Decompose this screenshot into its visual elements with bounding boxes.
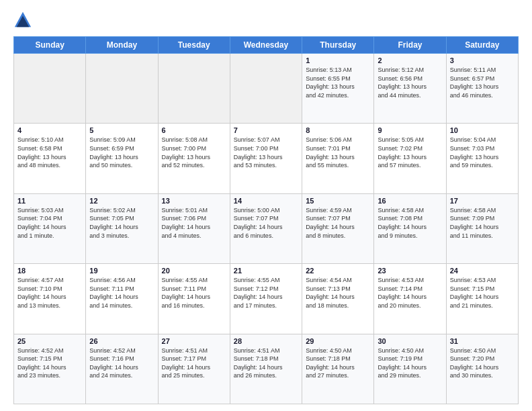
calendar-week-row: 18Sunrise: 4:57 AM Sunset: 7:10 PM Dayli… [14, 264, 519, 334]
page: SundayMondayTuesdayWednesdayThursdayFrid… [0, 0, 532, 411]
day-number: 22 [306, 267, 370, 275]
days-of-week-row: SundayMondayTuesdayWednesdayThursdayFrid… [14, 37, 519, 54]
day-info: Sunrise: 4:50 AM Sunset: 7:19 PM Dayligh… [378, 347, 442, 380]
day-info: Sunrise: 5:10 AM Sunset: 6:58 PM Dayligh… [17, 136, 82, 169]
day-info: Sunrise: 4:54 AM Sunset: 7:13 PM Dayligh… [306, 276, 370, 310]
day-info: Sunrise: 5:09 AM Sunset: 6:59 PM Dayligh… [89, 136, 154, 169]
day-number: 23 [378, 267, 442, 275]
day-of-week-header: Monday [86, 37, 158, 54]
day-number: 8 [306, 126, 370, 134]
day-info: Sunrise: 5:02 AM Sunset: 7:05 PM Dayligh… [89, 206, 154, 240]
calendar-cell: 17Sunrise: 4:58 AM Sunset: 7:09 PM Dayli… [446, 193, 518, 263]
calendar-cell: 15Sunrise: 4:59 AM Sunset: 7:07 PM Dayli… [302, 193, 374, 263]
day-number: 6 [162, 126, 226, 134]
header [13, 11, 519, 30]
calendar-cell: 30Sunrise: 4:50 AM Sunset: 7:19 PM Dayli… [374, 334, 446, 404]
day-info: Sunrise: 5:11 AM Sunset: 6:57 PM Dayligh… [450, 66, 515, 99]
calendar-cell: 8Sunrise: 5:06 AM Sunset: 7:01 PM Daylig… [302, 124, 374, 193]
calendar-cell: 18Sunrise: 4:57 AM Sunset: 7:10 PM Dayli… [14, 264, 86, 334]
calendar-cell: 29Sunrise: 4:50 AM Sunset: 7:18 PM Dayli… [302, 334, 374, 404]
calendar-cell: 2Sunrise: 5:12 AM Sunset: 6:56 PM Daylig… [374, 54, 446, 124]
day-info: Sunrise: 4:59 AM Sunset: 7:07 PM Dayligh… [306, 206, 370, 240]
calendar-cell [158, 54, 230, 124]
calendar-cell: 20Sunrise: 4:55 AM Sunset: 7:11 PM Dayli… [158, 264, 230, 334]
calendar-cell: 5Sunrise: 5:09 AM Sunset: 6:59 PM Daylig… [86, 124, 158, 193]
day-of-week-header: Thursday [302, 37, 374, 54]
day-number: 16 [378, 197, 442, 205]
day-number: 28 [234, 337, 298, 345]
calendar-cell: 1Sunrise: 5:13 AM Sunset: 6:55 PM Daylig… [302, 54, 374, 124]
calendar-cell: 10Sunrise: 5:04 AM Sunset: 7:03 PM Dayli… [446, 124, 518, 193]
day-number: 9 [378, 126, 442, 134]
calendar-cell: 7Sunrise: 5:07 AM Sunset: 7:00 PM Daylig… [230, 124, 302, 193]
day-number: 24 [450, 267, 515, 275]
calendar-cell: 16Sunrise: 4:58 AM Sunset: 7:08 PM Dayli… [374, 193, 446, 263]
day-info: Sunrise: 5:08 AM Sunset: 7:00 PM Dayligh… [162, 136, 226, 169]
day-info: Sunrise: 5:00 AM Sunset: 7:07 PM Dayligh… [234, 206, 298, 240]
calendar-week-row: 1Sunrise: 5:13 AM Sunset: 6:55 PM Daylig… [14, 54, 519, 124]
calendar-cell: 13Sunrise: 5:01 AM Sunset: 7:06 PM Dayli… [158, 193, 230, 263]
day-number: 30 [378, 337, 442, 345]
calendar-week-row: 25Sunrise: 4:52 AM Sunset: 7:15 PM Dayli… [14, 334, 519, 404]
calendar-cell: 28Sunrise: 4:51 AM Sunset: 7:18 PM Dayli… [230, 334, 302, 404]
day-info: Sunrise: 5:05 AM Sunset: 7:02 PM Dayligh… [378, 136, 442, 169]
day-info: Sunrise: 5:06 AM Sunset: 7:01 PM Dayligh… [306, 136, 370, 169]
calendar-week-row: 11Sunrise: 5:03 AM Sunset: 7:04 PM Dayli… [14, 193, 519, 263]
day-number: 26 [89, 337, 154, 345]
day-info: Sunrise: 5:04 AM Sunset: 7:03 PM Dayligh… [450, 136, 515, 169]
calendar-cell [230, 54, 302, 124]
day-number: 31 [450, 337, 515, 345]
calendar-cell: 24Sunrise: 4:53 AM Sunset: 7:15 PM Dayli… [446, 264, 518, 334]
calendar-cell: 19Sunrise: 4:56 AM Sunset: 7:11 PM Dayli… [86, 264, 158, 334]
day-number: 27 [162, 337, 226, 345]
day-number: 29 [306, 337, 370, 345]
day-info: Sunrise: 4:53 AM Sunset: 7:15 PM Dayligh… [450, 276, 515, 310]
calendar-cell: 12Sunrise: 5:02 AM Sunset: 7:05 PM Dayli… [86, 193, 158, 263]
day-info: Sunrise: 5:03 AM Sunset: 7:04 PM Dayligh… [17, 206, 82, 240]
day-of-week-header: Saturday [446, 37, 518, 54]
day-of-week-header: Wednesday [230, 37, 302, 54]
day-info: Sunrise: 5:12 AM Sunset: 6:56 PM Dayligh… [378, 66, 442, 99]
day-number: 20 [162, 267, 226, 275]
day-number: 19 [89, 267, 154, 275]
calendar-week-row: 4Sunrise: 5:10 AM Sunset: 6:58 PM Daylig… [14, 124, 519, 193]
day-number: 13 [162, 197, 226, 205]
day-number: 11 [17, 197, 82, 205]
day-of-week-header: Tuesday [158, 37, 230, 54]
calendar-cell: 9Sunrise: 5:05 AM Sunset: 7:02 PM Daylig… [374, 124, 446, 193]
calendar-table: SundayMondayTuesdayWednesdayThursdayFrid… [13, 36, 519, 404]
calendar-cell [14, 54, 86, 124]
day-number: 5 [89, 126, 154, 134]
calendar-cell: 11Sunrise: 5:03 AM Sunset: 7:04 PM Dayli… [14, 193, 86, 263]
day-info: Sunrise: 4:55 AM Sunset: 7:12 PM Dayligh… [234, 276, 298, 310]
calendar-cell: 22Sunrise: 4:54 AM Sunset: 7:13 PM Dayli… [302, 264, 374, 334]
day-info: Sunrise: 4:55 AM Sunset: 7:11 PM Dayligh… [162, 276, 226, 310]
day-info: Sunrise: 4:56 AM Sunset: 7:11 PM Dayligh… [89, 276, 154, 310]
day-info: Sunrise: 5:07 AM Sunset: 7:00 PM Dayligh… [234, 136, 298, 169]
day-number: 10 [450, 126, 515, 134]
day-number: 25 [17, 337, 82, 345]
day-info: Sunrise: 4:51 AM Sunset: 7:18 PM Dayligh… [234, 347, 298, 380]
day-info: Sunrise: 4:57 AM Sunset: 7:10 PM Dayligh… [17, 276, 82, 310]
calendar-cell: 31Sunrise: 4:50 AM Sunset: 7:20 PM Dayli… [446, 334, 518, 404]
calendar-cell: 27Sunrise: 4:51 AM Sunset: 7:17 PM Dayli… [158, 334, 230, 404]
day-info: Sunrise: 5:01 AM Sunset: 7:06 PM Dayligh… [162, 206, 226, 240]
calendar-cell: 23Sunrise: 4:53 AM Sunset: 7:14 PM Dayli… [374, 264, 446, 334]
calendar-header: SundayMondayTuesdayWednesdayThursdayFrid… [14, 37, 519, 54]
day-info: Sunrise: 4:53 AM Sunset: 7:14 PM Dayligh… [378, 276, 442, 310]
day-of-week-header: Friday [374, 37, 446, 54]
day-number: 17 [450, 197, 515, 205]
day-number: 2 [378, 56, 442, 64]
day-number: 21 [234, 267, 298, 275]
day-number: 4 [17, 126, 82, 134]
calendar-cell: 3Sunrise: 5:11 AM Sunset: 6:57 PM Daylig… [446, 54, 518, 124]
calendar-body: 1Sunrise: 5:13 AM Sunset: 6:55 PM Daylig… [14, 54, 519, 404]
calendar-cell: 25Sunrise: 4:52 AM Sunset: 7:15 PM Dayli… [14, 334, 86, 404]
day-of-week-header: Sunday [14, 37, 86, 54]
day-info: Sunrise: 4:50 AM Sunset: 7:20 PM Dayligh… [450, 347, 515, 380]
day-number: 14 [234, 197, 298, 205]
logo-icon [13, 11, 32, 30]
day-number: 3 [450, 56, 515, 64]
day-info: Sunrise: 4:58 AM Sunset: 7:09 PM Dayligh… [450, 206, 515, 240]
day-info: Sunrise: 4:51 AM Sunset: 7:17 PM Dayligh… [162, 347, 226, 380]
